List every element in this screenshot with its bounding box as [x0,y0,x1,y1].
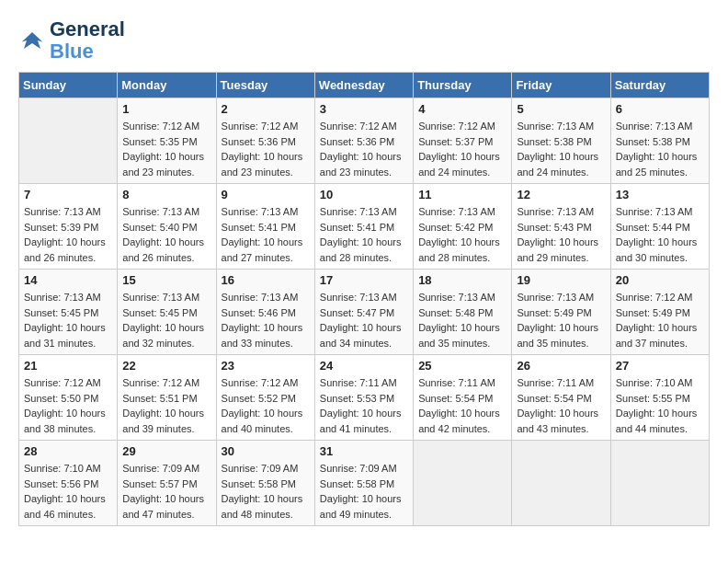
calendar-cell: 13Sunrise: 7:13 AMSunset: 5:44 PMDayligh… [610,184,709,270]
day-info: Sunrise: 7:13 AMSunset: 5:38 PMDaylight:… [616,119,704,179]
calendar-cell: 19Sunrise: 7:13 AMSunset: 5:49 PMDayligh… [512,270,610,355]
day-info: Sunrise: 7:11 AMSunset: 5:54 PMDaylight:… [418,375,506,436]
calendar-cell: 21Sunrise: 7:12 AMSunset: 5:50 PMDayligh… [19,355,118,441]
day-info: Sunrise: 7:13 AMSunset: 5:38 PMDaylight:… [517,119,605,179]
day-number: 10 [320,188,408,201]
day-info: Sunrise: 7:09 AMSunset: 5:58 PMDaylight:… [320,461,408,522]
day-info: Sunrise: 7:13 AMSunset: 5:49 PMDaylight:… [517,290,605,350]
calendar-cell [414,441,512,526]
day-number: 15 [122,273,210,287]
calendar-cell: 30Sunrise: 7:09 AMSunset: 5:58 PMDayligh… [216,441,314,526]
day-number: 26 [517,359,605,373]
day-info: Sunrise: 7:09 AMSunset: 5:58 PMDaylight:… [222,461,310,522]
calendar-cell: 16Sunrise: 7:13 AMSunset: 5:46 PMDayligh… [216,270,314,355]
day-number: 27 [616,359,704,373]
day-number: 11 [418,188,506,201]
day-number: 22 [122,359,210,373]
header-cell-friday: Friday [512,73,610,98]
day-number: 28 [24,444,112,458]
calendar-cell: 20Sunrise: 7:12 AMSunset: 5:49 PMDayligh… [610,270,709,355]
calendar-cell: 4Sunrise: 7:12 AMSunset: 5:37 PMDaylight… [414,98,512,184]
calendar-cell: 29Sunrise: 7:09 AMSunset: 5:57 PMDayligh… [118,441,216,526]
day-info: Sunrise: 7:12 AMSunset: 5:35 PMDaylight:… [122,119,210,179]
calendar-week-5: 28Sunrise: 7:10 AMSunset: 5:56 PMDayligh… [19,441,710,526]
day-info: Sunrise: 7:13 AMSunset: 5:40 PMDaylight:… [122,204,210,265]
day-number: 23 [222,359,310,373]
day-number: 30 [222,444,310,458]
page-header: General Blue [18,18,710,63]
calendar-week-1: 1Sunrise: 7:12 AMSunset: 5:35 PMDaylight… [19,98,710,184]
calendar-cell: 10Sunrise: 7:13 AMSunset: 5:41 PMDayligh… [314,184,413,270]
day-number: 31 [320,444,408,458]
day-info: Sunrise: 7:12 AMSunset: 5:50 PMDaylight:… [24,375,112,436]
calendar-cell: 17Sunrise: 7:13 AMSunset: 5:47 PMDayligh… [314,270,413,355]
day-info: Sunrise: 7:11 AMSunset: 5:53 PMDaylight:… [320,375,408,436]
day-number: 12 [517,188,605,201]
day-number: 21 [24,359,112,373]
calendar-cell: 3Sunrise: 7:12 AMSunset: 5:36 PMDaylight… [314,98,413,184]
day-info: Sunrise: 7:13 AMSunset: 5:48 PMDaylight:… [418,290,506,350]
day-info: Sunrise: 7:09 AMSunset: 5:57 PMDaylight:… [122,461,210,522]
day-info: Sunrise: 7:13 AMSunset: 5:41 PMDaylight:… [222,204,310,265]
logo-text: General Blue [50,18,125,63]
calendar-week-3: 14Sunrise: 7:13 AMSunset: 5:45 PMDayligh… [19,270,710,355]
day-number: 18 [418,273,506,287]
header-cell-wednesday: Wednesday [314,73,413,98]
day-number: 4 [418,102,506,116]
svg-marker-0 [22,32,43,49]
calendar-cell: 11Sunrise: 7:13 AMSunset: 5:42 PMDayligh… [414,184,512,270]
calendar-cell: 22Sunrise: 7:12 AMSunset: 5:51 PMDayligh… [118,355,216,441]
day-info: Sunrise: 7:11 AMSunset: 5:54 PMDaylight:… [517,375,605,436]
calendar-header: SundayMondayTuesdayWednesdayThursdayFrid… [19,73,710,98]
day-info: Sunrise: 7:10 AMSunset: 5:56 PMDaylight:… [24,461,112,522]
day-number: 1 [122,102,210,116]
day-info: Sunrise: 7:13 AMSunset: 5:45 PMDaylight:… [122,290,210,350]
day-info: Sunrise: 7:12 AMSunset: 5:51 PMDaylight:… [122,375,210,436]
logo: General Blue [18,18,125,63]
day-number: 19 [517,273,605,287]
day-info: Sunrise: 7:12 AMSunset: 5:52 PMDaylight:… [222,375,310,436]
calendar-cell: 5Sunrise: 7:13 AMSunset: 5:38 PMDaylight… [512,98,610,184]
calendar-cell: 12Sunrise: 7:13 AMSunset: 5:43 PMDayligh… [512,184,610,270]
day-number: 16 [222,273,310,287]
calendar-cell: 7Sunrise: 7:13 AMSunset: 5:39 PMDaylight… [19,184,118,270]
header-row: SundayMondayTuesdayWednesdayThursdayFrid… [19,73,710,98]
calendar-table: SundayMondayTuesdayWednesdayThursdayFrid… [18,72,710,526]
calendar-cell: 1Sunrise: 7:12 AMSunset: 5:35 PMDaylight… [118,98,216,184]
calendar-cell: 18Sunrise: 7:13 AMSunset: 5:48 PMDayligh… [414,270,512,355]
calendar-cell: 31Sunrise: 7:09 AMSunset: 5:58 PMDayligh… [314,441,413,526]
calendar-cell [512,441,610,526]
day-number: 29 [122,444,210,458]
day-info: Sunrise: 7:12 AMSunset: 5:36 PMDaylight:… [320,119,408,179]
calendar-cell: 9Sunrise: 7:13 AMSunset: 5:41 PMDaylight… [216,184,314,270]
day-number: 24 [320,359,408,373]
calendar-week-2: 7Sunrise: 7:13 AMSunset: 5:39 PMDaylight… [19,184,710,270]
day-number: 13 [616,188,704,201]
calendar-cell: 25Sunrise: 7:11 AMSunset: 5:54 PMDayligh… [414,355,512,441]
calendar-cell: 15Sunrise: 7:13 AMSunset: 5:45 PMDayligh… [118,270,216,355]
day-number: 20 [616,273,704,287]
day-number: 25 [418,359,506,373]
day-info: Sunrise: 7:13 AMSunset: 5:39 PMDaylight:… [24,204,112,265]
day-info: Sunrise: 7:13 AMSunset: 5:42 PMDaylight:… [418,204,506,265]
calendar-cell: 28Sunrise: 7:10 AMSunset: 5:56 PMDayligh… [19,441,118,526]
day-info: Sunrise: 7:13 AMSunset: 5:46 PMDaylight:… [222,290,310,350]
day-info: Sunrise: 7:13 AMSunset: 5:44 PMDaylight:… [616,204,704,265]
header-cell-thursday: Thursday [414,73,512,98]
day-number: 2 [222,102,310,116]
calendar-cell: 23Sunrise: 7:12 AMSunset: 5:52 PMDayligh… [216,355,314,441]
day-info: Sunrise: 7:12 AMSunset: 5:37 PMDaylight:… [418,119,506,179]
day-number: 5 [517,102,605,116]
header-cell-monday: Monday [118,73,216,98]
calendar-cell [19,98,118,184]
day-info: Sunrise: 7:12 AMSunset: 5:49 PMDaylight:… [616,290,704,350]
calendar-cell: 8Sunrise: 7:13 AMSunset: 5:40 PMDaylight… [118,184,216,270]
calendar-cell: 14Sunrise: 7:13 AMSunset: 5:45 PMDayligh… [19,270,118,355]
header-cell-saturday: Saturday [610,73,709,98]
day-info: Sunrise: 7:13 AMSunset: 5:41 PMDaylight:… [320,204,408,265]
day-number: 6 [616,102,704,116]
day-number: 9 [222,188,310,201]
day-number: 17 [320,273,408,287]
calendar-cell: 26Sunrise: 7:11 AMSunset: 5:54 PMDayligh… [512,355,610,441]
calendar-cell: 6Sunrise: 7:13 AMSunset: 5:38 PMDaylight… [610,98,709,184]
